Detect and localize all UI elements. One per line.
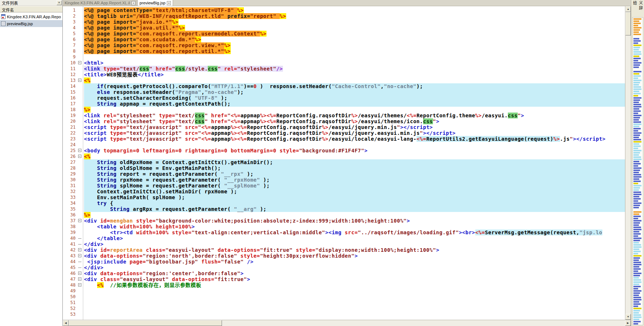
code-line[interactable]: </div> bbox=[84, 241, 625, 247]
code-line[interactable] bbox=[84, 142, 625, 148]
code-line[interactable]: </div> bbox=[84, 265, 625, 270]
tab-close-icon[interactable]: × bbox=[167, 1, 171, 5]
minimap-line bbox=[633, 222, 640, 224]
minimap-line bbox=[633, 18, 641, 20]
code-line[interactable]: Env.setMainPath( splHome ); bbox=[84, 194, 625, 200]
horizontal-scrollbar[interactable]: ◀ ▶ bbox=[63, 320, 631, 326]
code-line[interactable]: String argRpx = request.getParameter( "_… bbox=[84, 206, 625, 212]
file-item-previewbig[interactable]: previewBig.jsp bbox=[0, 20, 62, 27]
code-line[interactable]: <script type="text/javascript" src="<%=a… bbox=[84, 136, 625, 142]
fold-toggle-icon[interactable]: − bbox=[78, 283, 81, 287]
code-line[interactable]: <div data-options="region:'center',borde… bbox=[84, 270, 625, 276]
gutter-row: 53 bbox=[63, 311, 83, 317]
code-line[interactable]: String report = request.getParameter( "_… bbox=[84, 171, 625, 177]
fold-toggle-icon[interactable]: − bbox=[78, 248, 81, 251]
code-line[interactable]: <table width=100% height=100%> bbox=[84, 224, 625, 230]
fold-toggle-icon[interactable]: − bbox=[78, 219, 81, 222]
file-item-report[interactable]: Kingdee.K3.FIN.AR.App.Repo bbox=[0, 13, 62, 20]
code-line[interactable]: <% //如果参数模板存在，则显示参数模板 bbox=[84, 282, 625, 288]
code-line[interactable]: <%@ page contentType="text/html;charset=… bbox=[84, 7, 625, 13]
code-line[interactable]: </table> bbox=[84, 235, 625, 241]
fold-toggle-icon[interactable]: − bbox=[78, 149, 81, 152]
tab-close-icon[interactable]: × bbox=[131, 1, 135, 5]
code-line[interactable]: <link type="text/css" href="css/style.cs… bbox=[84, 66, 625, 72]
code-token: %> bbox=[84, 212, 91, 218]
code-token: type= bbox=[159, 118, 175, 124]
vscrollbar-track[interactable] bbox=[625, 35, 631, 314]
fold-toggle-icon[interactable]: − bbox=[78, 272, 81, 275]
code-line[interactable]: String oldRpxHome = Context.getInitCtx()… bbox=[84, 159, 625, 165]
tab-report-xl[interactable]: Kingdee.K3.FIN.AR.App.Report.XL.il × bbox=[63, 0, 138, 6]
code-line[interactable]: <html> bbox=[84, 60, 625, 66]
code-line[interactable]: else response.setHeader("Pragma","no-cac… bbox=[84, 89, 625, 95]
code-line[interactable]: String rpxHome = request.getParameter( "… bbox=[84, 177, 625, 183]
code-line[interactable]: <%@ page import="com.raqsoft.report.view… bbox=[84, 42, 625, 48]
minimap-line bbox=[633, 205, 640, 206]
code-token: "easyui-layout" bbox=[165, 247, 214, 253]
code-line[interactable]: String splHome = request.getParameter( "… bbox=[84, 183, 625, 189]
code-line[interactable]: try { bbox=[84, 200, 625, 206]
code-line[interactable]: <%@ page import="java.util.*"%> bbox=[84, 25, 625, 31]
code-line[interactable]: <div data-options="region:'north',border… bbox=[84, 253, 625, 259]
code-line[interactable]: <% bbox=[84, 153, 625, 159]
minimap-line bbox=[633, 295, 639, 296]
fold-toggle-icon[interactable]: − bbox=[78, 79, 81, 82]
fold-margin: − bbox=[77, 148, 83, 153]
code-line[interactable] bbox=[84, 306, 625, 311]
document-minimap[interactable] bbox=[632, 17, 643, 325]
scroll-down-icon[interactable]: ▼ bbox=[625, 314, 631, 320]
fold-toggle-icon[interactable]: − bbox=[78, 155, 81, 158]
code-line[interactable]: <%@ page import="com.raqsoft.report.user… bbox=[84, 31, 625, 37]
code-token: String bbox=[97, 171, 117, 177]
minimap-line bbox=[633, 141, 641, 143]
code-line[interactable]: <%@ page import="com.scudata.dm.*"%> bbox=[84, 37, 625, 42]
code-token: "java.io.*" bbox=[136, 19, 172, 25]
code-line[interactable] bbox=[84, 311, 625, 317]
scroll-left-icon[interactable]: ◀ bbox=[63, 320, 69, 326]
code-line[interactable]: <tr><td width=100% style="text-align:cen… bbox=[84, 230, 625, 235]
code-line[interactable]: <link rel="stylesheet" type="text/css" h… bbox=[84, 118, 625, 124]
code-line[interactable]: %> bbox=[84, 107, 625, 113]
fold-toggle-icon[interactable]: − bbox=[78, 254, 81, 257]
code-line[interactable]: <%@ page import="java.io.*"%> bbox=[84, 19, 625, 25]
code-line[interactable]: <script type="text/javascript" src="<%=a… bbox=[84, 124, 625, 130]
code-line[interactable] bbox=[84, 288, 625, 294]
vscrollbar-thumb[interactable] bbox=[625, 12, 631, 35]
code-line[interactable]: <div id=reportArea class="easyui-layout"… bbox=[84, 247, 625, 253]
hscrollbar-track[interactable] bbox=[222, 320, 625, 326]
code-token: topmargin= bbox=[104, 148, 136, 153]
code-token bbox=[84, 165, 97, 171]
code-token: "text/ bbox=[175, 113, 195, 118]
code-line[interactable]: Context.getInitCtx().setMainDir( rpxHome… bbox=[84, 189, 625, 194]
code-editor[interactable]: <%@ page contentType="text/html;charset=… bbox=[83, 6, 625, 320]
code-line[interactable]: request.setCharacterEncoding( "UTF-8" ); bbox=[84, 95, 625, 101]
vertical-scrollbar[interactable]: ▲ ▼ bbox=[625, 6, 631, 320]
hscrollbar-thumb[interactable] bbox=[69, 320, 222, 326]
close-icon[interactable]: × bbox=[57, 0, 62, 5]
code-line[interactable]: %> bbox=[84, 212, 625, 218]
code-line[interactable] bbox=[84, 54, 625, 60]
code-line[interactable] bbox=[84, 294, 625, 300]
code-line[interactable]: <%@ taglib uri="/WEB-INF/raqsoftReport.t… bbox=[84, 13, 625, 19]
code-line[interactable]: <link rel="stylesheet" type="text/css" h… bbox=[84, 113, 625, 118]
code-line[interactable]: <title>WEB预览报表</title> bbox=[84, 72, 625, 77]
code-line[interactable]: <% bbox=[84, 77, 625, 83]
code-line[interactable]: <script type="text/javascript" src="<%=a… bbox=[84, 130, 625, 136]
fold-toggle-icon[interactable]: − bbox=[78, 61, 81, 64]
code-line[interactable]: String appmap = request.getContextPath()… bbox=[84, 101, 625, 107]
code-line[interactable]: <body topmargin=0 leftmargin=0 rightmarg… bbox=[84, 148, 625, 153]
code-line[interactable]: if(request.getProtocol().compareTo("HTTP… bbox=[84, 83, 625, 89]
code-line[interactable]: <%@ page import="com.raqsoft.report.util… bbox=[84, 48, 625, 54]
filename-column-header[interactable]: 文件名 bbox=[0, 6, 62, 12]
tab-previewbig-jsp[interactable]: previewBig.jsp × bbox=[138, 0, 173, 6]
fold-margin bbox=[77, 101, 83, 107]
code-token: " bbox=[172, 66, 175, 72]
code-line[interactable]: <div id=mengban style="background-color:… bbox=[84, 218, 625, 224]
scroll-right-icon[interactable]: ▶ bbox=[625, 320, 631, 326]
fold-toggle-icon[interactable]: − bbox=[78, 277, 81, 281]
scroll-up-icon[interactable]: ▲ bbox=[625, 6, 631, 12]
code-line[interactable]: <jsp:include page="bigtoolbar.jsp" flush… bbox=[84, 259, 625, 265]
code-line[interactable]: <div class="easyui-layout" data-options=… bbox=[84, 276, 625, 282]
code-line[interactable] bbox=[84, 300, 625, 306]
code-line[interactable]: String oldSplHome = Env.getMainPath(); bbox=[84, 165, 625, 171]
